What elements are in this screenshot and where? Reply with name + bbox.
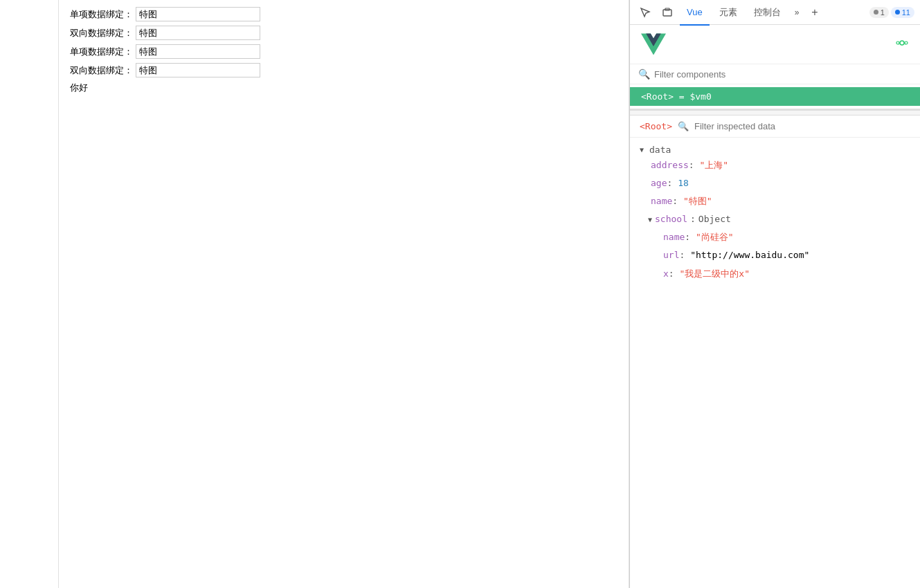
form-input[interactable] — [136, 63, 260, 77]
greeting-text: 你好 — [70, 82, 617, 94]
add-tab-button[interactable]: + — [807, 3, 822, 21]
inspect-element-button[interactable] — [635, 3, 655, 22]
badge-blue: 11 — [891, 7, 914, 18]
data-section-header[interactable]: ▼ data — [630, 143, 920, 156]
school-x-item: x: "我是二级中的x" — [630, 265, 920, 283]
vue-logo-bar — [630, 25, 920, 64]
root-component-item[interactable]: <Root> = $vm0 — [630, 87, 920, 106]
tab-elements[interactable]: 元素 — [712, 1, 744, 26]
school-value: Object — [698, 212, 731, 227]
component-search-icon: 🔍 — [638, 68, 650, 80]
form-label: 双向数据绑定： — [70, 64, 133, 77]
badge-blue-dot — [895, 10, 900, 15]
component-filter-input[interactable] — [654, 69, 912, 80]
school-key: school — [655, 212, 687, 227]
data-item-age: age: 18 — [630, 174, 920, 192]
badge-gray: 1 — [869, 7, 889, 18]
left-sidebar — [0, 0, 59, 588]
badges-container: 1 11 — [869, 7, 914, 18]
section-name: data — [649, 145, 671, 155]
form-input[interactable] — [136, 44, 260, 59]
tab-console[interactable]: 控制台 — [747, 1, 788, 26]
filter-search-icon: 🔍 — [678, 121, 689, 131]
key-name: name — [651, 196, 672, 206]
school-arrow: ▼ — [648, 214, 652, 226]
form-row: 双向数据绑定： — [70, 63, 617, 77]
badge-blue-count: 11 — [902, 8, 910, 17]
inspect-header: <Root> 🔍 — [630, 116, 920, 138]
data-item-name: name: "特图" — [630, 192, 920, 210]
form-input[interactable] — [136, 26, 260, 40]
component-tree: <Root> = $vm0 — [630, 84, 920, 109]
root-component-name: <Root> = $vm0 — [641, 91, 712, 102]
tab-vue[interactable]: Vue — [680, 1, 710, 26]
devtools-panel: Vue 元素 控制台 » + 1 11 — [629, 0, 920, 588]
root-tag-text: <Root> — [640, 121, 672, 131]
school-name-value: "尚硅谷" — [696, 232, 734, 242]
svg-point-2 — [900, 41, 904, 45]
key-age: age — [651, 178, 667, 188]
devtools-toolbar: Vue 元素 控制台 » + 1 11 — [630, 0, 920, 25]
main-content: 单项数据绑定：双向数据绑定：单项数据绑定：双向数据绑定： 你好 — [59, 0, 629, 588]
key-address: address — [651, 160, 689, 170]
more-tabs-button[interactable]: » — [791, 5, 804, 20]
component-filter: 🔍 — [630, 64, 920, 84]
school-object-header[interactable]: ▼ school: Object — [630, 210, 920, 228]
school-x-value: "我是二级中的x" — [679, 268, 749, 279]
inspect-root-tag: <Root> — [640, 121, 672, 131]
vue-logo — [641, 32, 666, 57]
svg-point-4 — [905, 42, 908, 44]
school-url-item: url: "http://www.baidu.com" — [630, 246, 920, 264]
vue-panel-lower: <Root> 🔍 ▼ data address: "上海" age: 18 — [630, 116, 920, 588]
school-name-key: name — [663, 232, 685, 242]
form-label: 双向数据绑定： — [70, 27, 133, 39]
value-name: "特图" — [683, 196, 712, 206]
filter-inspected-input[interactable] — [694, 121, 910, 131]
form-row: 双向数据绑定： — [70, 26, 617, 40]
vue-panel-upper: 🔍 <Root> = $vm0 — [630, 25, 920, 110]
data-tree: ▼ data address: "上海" age: 18 name: "特图" — [630, 138, 920, 588]
svg-point-3 — [896, 42, 899, 44]
panel-divider[interactable] — [630, 110, 920, 116]
section-arrow: ▼ — [640, 146, 647, 154]
value-age: 18 — [678, 178, 689, 188]
screenshot-button[interactable] — [658, 3, 677, 22]
badge-gray-dot — [874, 10, 878, 15]
form-input[interactable] — [136, 7, 260, 21]
school-x-key: x — [663, 268, 669, 279]
vue-settings-icon[interactable] — [895, 36, 909, 53]
badge-gray-count: 1 — [881, 8, 885, 17]
data-item-address: address: "上海" — [630, 156, 920, 174]
form-label: 单项数据绑定： — [70, 46, 133, 58]
school-url-key: url — [663, 250, 679, 260]
school-name-item: name: "尚硅谷" — [630, 228, 920, 246]
data-section: ▼ data address: "上海" age: 18 name: "特图" — [630, 143, 920, 283]
school-url-value: "http://www.baidu.com" — [690, 250, 809, 260]
form-row: 单项数据绑定： — [70, 44, 617, 59]
form-label: 单项数据绑定： — [70, 8, 133, 21]
form-row: 单项数据绑定： — [70, 7, 617, 21]
value-address: "上海" — [699, 160, 728, 170]
